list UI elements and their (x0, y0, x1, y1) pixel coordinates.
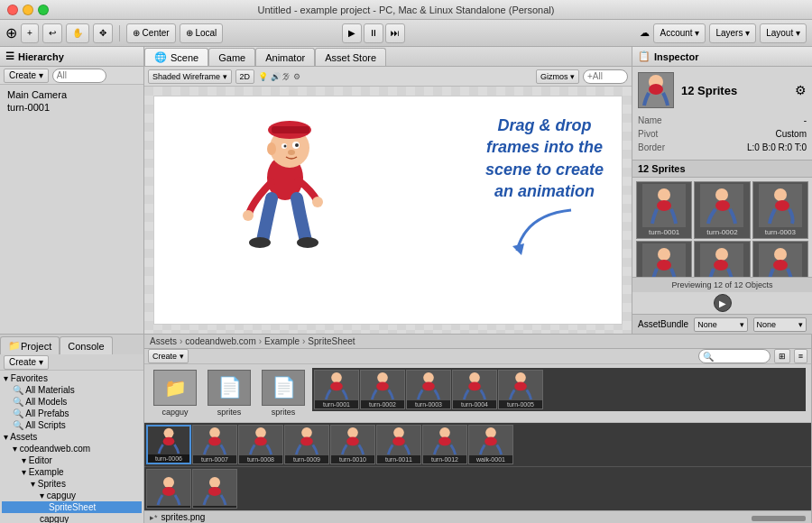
sprite-img (700, 243, 743, 277)
asset-item-capguy-folder[interactable]: 📁 capguy (150, 368, 200, 418)
hierarchy-search[interactable] (52, 69, 106, 83)
sprite-strip-item-turn-0008[interactable]: turn-0008 (238, 425, 283, 464)
scene-tab-label: Scene (171, 52, 198, 63)
hierarchy-item-turn-0001[interactable]: turn-0001 (4, 101, 140, 114)
tree-spritesheet[interactable]: SpriteSheet (2, 501, 142, 513)
sprite-thumb-turn-0004[interactable]: turn-0004 (636, 241, 692, 277)
inspector-icon: 📋 (638, 50, 651, 62)
sprite-strip-item-turn-0003[interactable]: turn-0003 (406, 370, 451, 409)
tree-capguy-folder[interactable]: ▾ capguy (2, 490, 142, 501)
maximize-button[interactable] (38, 5, 49, 15)
scene-canvas[interactable]: Drag & drop frames into the scene to cre… (153, 96, 623, 325)
sprite-strip-item-walk-0001[interactable]: walk-0001 (468, 425, 513, 464)
tree-all-prefabs[interactable]: 🔍 All Prefabs (2, 408, 142, 419)
tree-favorites[interactable]: ▾ Favorites (2, 372, 142, 384)
hierarchy-item-label: Main Camera (7, 89, 67, 100)
tree-sprites[interactable]: ▾ Sprites (2, 478, 142, 490)
tab-game[interactable]: Game (208, 48, 255, 66)
sprite-strip-item-turn-0006[interactable]: turn-0006 (146, 425, 191, 464)
sprite-strip-item-turn-0009[interactable]: turn-0009 (284, 425, 329, 464)
breadcrumb-assets[interactable]: Assets (150, 336, 177, 346)
assetbundle-dropdown-1[interactable]: None ▾ (694, 317, 747, 332)
sprite-thumb-turn-0002[interactable]: turn-0002 (694, 181, 750, 239)
tree-editor[interactable]: ▾ Editor (2, 454, 142, 466)
tree-all-scripts[interactable]: 🔍 All Scripts (2, 419, 142, 431)
asset-sort-btn[interactable]: ≡ (794, 349, 807, 363)
center-panel: 🌐 Scene Game Animator Asset Store Shaded… (144, 47, 632, 334)
sprite-strip-item-turn-0002[interactable]: turn-0002 (360, 370, 405, 409)
sprite-strip-item-turn-0011[interactable]: turn-0011 (376, 425, 421, 464)
tab-asset-store[interactable]: Asset Store (315, 48, 386, 66)
asset-search[interactable] (698, 349, 770, 363)
sprite-strip-label: turn-0003 (407, 400, 450, 408)
breadcrumb-example[interactable]: Example (264, 336, 300, 346)
toolbar-move-btn[interactable]: ✥ (93, 23, 113, 43)
sprite-strip-item-turn-0007[interactable]: turn-0007 (192, 425, 237, 464)
sprite-strip-item-turn-0001[interactable]: turn-0001 (314, 370, 359, 409)
sprite-strip-item-turn-0012[interactable]: turn-0012 (422, 425, 467, 464)
svg-point-61 (393, 427, 404, 438)
svg-point-68 (162, 487, 175, 496)
svg-point-22 (775, 200, 789, 211)
main-content: ☰ Hierarchy Create ▾ Main Camera turn-00… (0, 47, 812, 334)
asset-label: sprites (272, 408, 296, 417)
tab-scene[interactable]: 🌐 Scene (144, 48, 208, 66)
svg-point-48 (468, 382, 481, 391)
sprite-strip-item-turn-0010[interactable]: turn-0010 (330, 425, 375, 464)
layers-btn[interactable]: Layers ▾ (709, 23, 756, 43)
inspector-settings-btn[interactable]: ⚙ (795, 83, 807, 97)
scene-search[interactable] (583, 69, 628, 84)
hierarchy-content: Main Camera turn-0001 (0, 85, 143, 334)
tree-example[interactable]: ▾ Example (2, 466, 142, 478)
tab-console[interactable]: Console (60, 336, 112, 354)
project-create-btn[interactable]: Create ▾ (4, 355, 49, 370)
assetbundle-dropdown-2[interactable]: None ▾ (753, 317, 807, 332)
asset-item-sprites-1[interactable]: 📄 sprites (204, 368, 254, 418)
minimize-button[interactable] (23, 5, 33, 15)
svg-point-49 (515, 372, 526, 383)
tab-project[interactable]: 📁 Project (0, 336, 60, 354)
animator-tab-label: Animator (265, 52, 305, 63)
toolbar-add-btn[interactable]: + (21, 23, 39, 43)
2d-toggle[interactable]: 2D (235, 69, 255, 84)
asset-create-btn[interactable]: Create ▾ (148, 349, 189, 363)
pause-button[interactable]: ⏸ (364, 23, 383, 43)
toolbar-separator-1 (119, 25, 120, 41)
breadcrumb-codeandweb[interactable]: codeandweb.com (185, 336, 255, 346)
tab-animator[interactable]: Animator (255, 48, 315, 66)
sprite-thumb-turn-0001[interactable]: turn-0001 (636, 181, 692, 239)
shading-dropdown[interactable]: Shaded Wireframe ▾ (148, 69, 232, 84)
tree-all-materials[interactable]: 🔍 All Materials (2, 384, 142, 396)
sprite-strip-item-extra-1[interactable] (146, 469, 191, 509)
svg-point-42 (330, 382, 343, 391)
layout-btn[interactable]: Layout ▾ (760, 23, 807, 43)
asset-view-btn[interactable]: ⊞ (774, 349, 790, 363)
toolbar-undo-btn[interactable]: ↩ (42, 23, 62, 43)
account-btn[interactable]: Account ▾ (653, 23, 706, 43)
sprite-strip-item-turn-0004[interactable]: turn-0004 (452, 370, 497, 409)
sprite-strip-item-extra-2[interactable] (192, 469, 237, 509)
close-button[interactable] (7, 5, 18, 15)
toolbar-hand-btn[interactable]: ✋ (66, 23, 89, 43)
breadcrumb-spritesheet[interactable]: SpriteSheet (308, 336, 355, 346)
sprite-strip-item-turn-0005[interactable]: turn-0005 (498, 370, 543, 409)
project-toolbar: Create ▾ (0, 354, 143, 371)
play-button[interactable]: ▶ (342, 23, 362, 43)
step-button[interactable]: ⏭ (385, 23, 405, 43)
local-toggle-btn[interactable]: ⊕ Local (180, 23, 224, 43)
tree-assets[interactable]: ▾ Assets (2, 431, 142, 443)
tree-all-models[interactable]: 🔍 All Models (2, 396, 142, 408)
tree-capguy[interactable]: capguy (2, 513, 142, 523)
asset-label: capguy (161, 408, 188, 417)
scrollbar-thumb[interactable] (752, 516, 806, 521)
tree-codeandweb[interactable]: ▾ codeandweb.com (2, 443, 142, 454)
gizmos-btn[interactable]: Gizmos ▾ (536, 69, 579, 84)
file-icon: 📄 (208, 370, 251, 406)
sprite-thumb-turn-0005[interactable]: turn-0005 (694, 241, 750, 277)
hierarchy-create-btn[interactable]: Create ▾ (4, 69, 49, 83)
hierarchy-item-main-camera[interactable]: Main Camera (4, 88, 140, 101)
center-local-toggle[interactable]: ⊕ Center (126, 23, 176, 43)
sprite-thumb-turn-0006[interactable]: turn-0006 (752, 241, 808, 277)
asset-item-sprites-2[interactable]: 📄 sprites (258, 368, 309, 418)
sprite-thumb-turn-0003[interactable]: turn-0003 (752, 181, 808, 239)
